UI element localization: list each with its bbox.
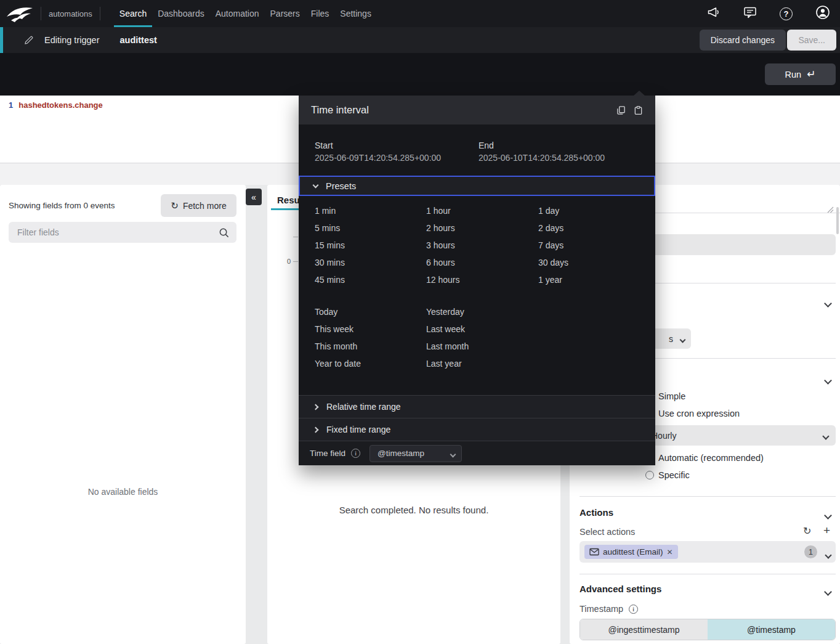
action-tag[interactable]: audittest (Email) ✕ xyxy=(584,545,678,559)
preset-option[interactable]: 1 year xyxy=(538,271,568,288)
option-simple-label[interactable]: Simple xyxy=(658,391,685,401)
resize-grip-icon[interactable] xyxy=(826,205,834,216)
preset-option[interactable]: 15 mins xyxy=(315,237,345,254)
preset-option[interactable]: 2 hours xyxy=(426,219,459,237)
discard-changes-button[interactable]: Discard changes xyxy=(700,30,786,51)
time-field-label: Time field xyxy=(310,449,345,458)
config-divider xyxy=(580,496,836,497)
preset-option[interactable]: 2 days xyxy=(538,219,568,237)
email-icon xyxy=(589,548,599,556)
fetch-more-button[interactable]: ↻ Fetch more xyxy=(161,194,236,217)
preset-minutes-column: 1 min 5 mins 15 mins 30 mins 45 mins xyxy=(315,202,345,288)
preset-option[interactable]: Yesterday xyxy=(426,303,469,320)
relative-time-range-label: Relative time range xyxy=(326,402,401,412)
radio-specific[interactable] xyxy=(645,471,654,479)
preset-option[interactable]: 45 mins xyxy=(315,271,345,288)
line-number: 1 xyxy=(9,100,13,110)
no-fields-message: No available fields xyxy=(0,487,246,497)
option-specific-label[interactable]: Specific xyxy=(658,470,690,480)
frequency-dropdown[interactable]: Hourly xyxy=(644,425,836,446)
preset-option[interactable]: This week xyxy=(315,320,361,338)
preset-option[interactable]: 7 days xyxy=(538,237,568,254)
preset-option[interactable]: Last year xyxy=(426,355,469,372)
add-action-icon[interactable]: + xyxy=(823,524,830,537)
preset-option[interactable]: 1 min xyxy=(315,202,345,219)
app-root: automations Search Dashboards Automation… xyxy=(0,0,840,644)
refresh-icon: ↻ xyxy=(171,200,179,211)
nav-divider xyxy=(100,7,100,20)
run-button[interactable]: Run ↵ xyxy=(765,63,836,85)
option-automatic-label[interactable]: Automatic (recommended) xyxy=(658,453,764,463)
crowdstrike-falcon-logo[interactable] xyxy=(6,4,33,23)
dialog-title: Time interval xyxy=(311,104,369,116)
relative-time-range-row[interactable]: Relative time range xyxy=(299,395,655,418)
advanced-chevron-icon[interactable] xyxy=(825,586,831,597)
schedule-section-chevron-icon[interactable] xyxy=(825,375,831,386)
start-value[interactable]: 2025-06-09T14:20:54.285+00:00 xyxy=(315,153,441,163)
preset-option[interactable]: 5 mins xyxy=(315,219,345,237)
chart-axis-zero: 0 xyxy=(282,258,291,265)
workspace-label[interactable]: automations xyxy=(49,9,92,18)
preset-option[interactable]: 1 hour xyxy=(426,202,459,219)
remove-action-icon[interactable]: ✕ xyxy=(667,548,673,556)
query-text: hashedtokens.change xyxy=(18,100,103,110)
preset-hours-column: 1 hour 2 hours 3 hours 6 hours 12 hours xyxy=(426,202,459,288)
time-field-dropdown[interactable]: @timestamp xyxy=(370,445,462,462)
falcon-icon xyxy=(6,4,33,23)
tab-search[interactable]: Search xyxy=(114,0,152,27)
filter-fields-input[interactable] xyxy=(16,227,219,238)
chevron-right-icon xyxy=(313,404,319,410)
segment-timestamp-selected[interactable]: @timestamp xyxy=(708,619,835,640)
preset-option[interactable]: 30 mins xyxy=(315,254,345,271)
chart-gridline-tick xyxy=(293,237,298,237)
time-field-info-icon[interactable]: i xyxy=(351,449,360,458)
actions-chevron-icon[interactable] xyxy=(825,510,831,521)
refresh-actions-icon[interactable]: ↻ xyxy=(803,525,811,537)
preset-option[interactable]: 30 days xyxy=(538,254,568,271)
copy-icon[interactable] xyxy=(616,105,626,115)
accent-bar xyxy=(0,27,3,53)
save-button[interactable]: Save... xyxy=(787,30,836,51)
account-icon[interactable] xyxy=(815,5,830,22)
preset-option[interactable]: This month xyxy=(315,338,361,355)
tab-files[interactable]: Files xyxy=(305,0,335,27)
time-navigation-bar: 2025-06-09 14:20:54 2025-06-10 14:20:54 … xyxy=(0,53,840,96)
chart-gridline-tick xyxy=(293,261,298,262)
panel-scrollbar[interactable] xyxy=(836,207,839,234)
tab-settings[interactable]: Settings xyxy=(334,0,377,27)
fields-summary: Showing fields from 0 events xyxy=(9,201,115,210)
preset-option[interactable]: 3 hours xyxy=(426,237,459,254)
collapse-fields-panel-button[interactable]: « xyxy=(246,189,262,205)
actions-select-box[interactable]: audittest (Email) ✕ 1 xyxy=(580,541,836,563)
chevron-down-icon xyxy=(313,182,319,188)
preset-option[interactable]: 1 day xyxy=(538,202,568,219)
tab-dashboards[interactable]: Dashboards xyxy=(152,0,210,27)
timestamp-info-icon[interactable]: i xyxy=(629,605,638,614)
end-value[interactable]: 2025-06-10T14:20:54.285+00:00 xyxy=(479,153,605,163)
option-cron-label[interactable]: Use cron expression xyxy=(658,409,740,418)
preset-option[interactable]: Today xyxy=(315,303,361,320)
preset-option[interactable]: Last month xyxy=(426,338,469,355)
preset-option[interactable]: 6 hours xyxy=(426,254,459,271)
fixed-time-range-row[interactable]: Fixed time range xyxy=(299,418,655,441)
paste-icon[interactable] xyxy=(634,105,643,115)
presets-section-header[interactable]: Presets xyxy=(299,176,655,196)
tab-automation[interactable]: Automation xyxy=(210,0,265,27)
query-line: 1 hashedtokens.change xyxy=(9,100,103,110)
segment-ingesttimestamp[interactable]: @ingesttimestamp xyxy=(580,619,708,640)
feedback-icon[interactable] xyxy=(743,6,757,21)
announcements-icon[interactable] xyxy=(707,6,721,21)
fixed-time-range-label: Fixed time range xyxy=(326,425,390,434)
tab-parsers[interactable]: Parsers xyxy=(265,0,305,27)
preset-option[interactable]: Year to date xyxy=(315,355,361,372)
preset-option[interactable]: 12 hours xyxy=(426,271,459,288)
frequency-value: Hourly xyxy=(652,431,676,441)
presets-label: Presets xyxy=(326,181,356,191)
preset-option[interactable]: Last week xyxy=(426,320,469,338)
actions-dropdown-chevron-icon[interactable] xyxy=(826,549,831,560)
search-status-message: Search completed. No results found. xyxy=(267,505,560,515)
section-chevron-icon[interactable] xyxy=(825,298,831,309)
help-icon[interactable]: ? xyxy=(780,7,793,20)
chevron-down-icon xyxy=(451,448,455,459)
nav-divider xyxy=(41,7,41,20)
